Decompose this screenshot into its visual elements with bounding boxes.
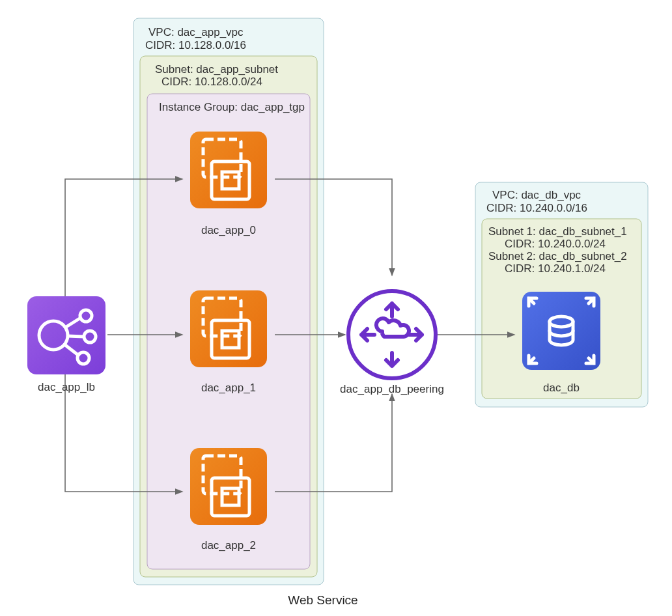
- node-db-label: dac_db: [543, 382, 580, 394]
- node-app2-label: dac_app_2: [201, 539, 256, 552]
- node-peering: dac_app_db_peering: [340, 291, 444, 395]
- subnet-db-2-name: Subnet 2: dac_db_subnet_2: [488, 250, 627, 262]
- subnet-db-1-cidr: CIDR: 10.240.0.0/24: [505, 238, 606, 250]
- svg-line-11: [68, 336, 84, 337]
- vpc-db-cidr: CIDR: 10.240.0.0/16: [486, 202, 587, 214]
- subnet-db-2-cidr: CIDR: 10.240.1.0/24: [505, 262, 606, 275]
- subnet-app-name: Subnet: dac_app_subnet: [155, 63, 278, 76]
- vpc-db-name: VPC: dac_db_vpc: [492, 189, 581, 201]
- instance-group-label: Instance Group: dac_app_tgp: [159, 101, 305, 113]
- node-app0-label: dac_app_0: [201, 224, 256, 236]
- subnet-db-1-name: Subnet 1: dac_db_subnet_1: [488, 225, 627, 238]
- vpc-app-cidr: CIDR: 10.128.0.0/16: [145, 39, 246, 51]
- node-lb: dac_app_lb: [27, 296, 105, 393]
- node-lb-label: dac_app_lb: [38, 381, 95, 393]
- vpc-app-name: VPC: dac_app_vpc: [148, 26, 244, 38]
- node-app1-label: dac_app_1: [201, 382, 256, 394]
- subnet-app-cidr: CIDR: 10.128.0.0/24: [161, 76, 262, 88]
- architecture-diagram: VPC: dac_app_vpc CIDR: 10.128.0.0/16 Sub…: [0, 0, 672, 616]
- diagram-title: Web Service: [288, 593, 357, 607]
- node-peering-label: dac_app_db_peering: [340, 383, 444, 395]
